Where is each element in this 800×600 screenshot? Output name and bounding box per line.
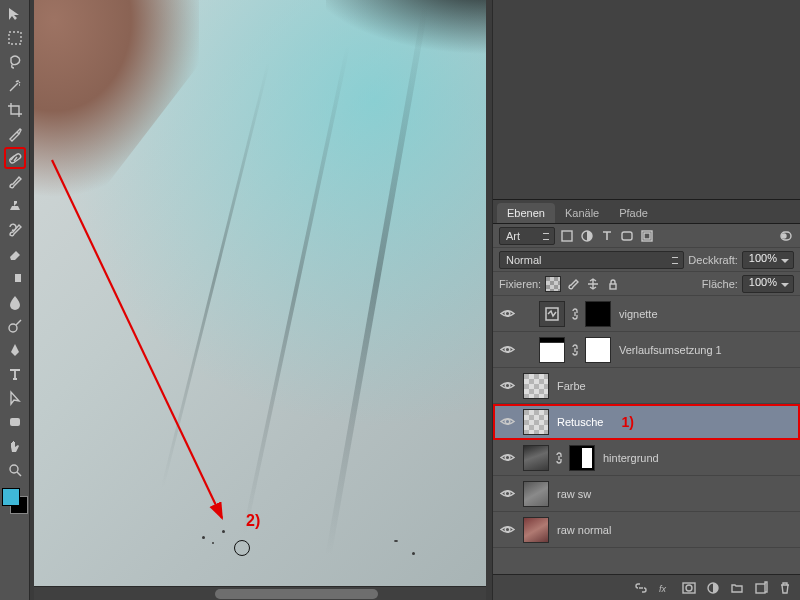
shape-tool[interactable] [4, 411, 26, 433]
new-group-icon[interactable] [726, 579, 748, 597]
layer-name[interactable]: hintergrund [603, 452, 659, 464]
lasso-tool[interactable] [4, 51, 26, 73]
tab-channels[interactable]: Kanäle [555, 203, 609, 223]
upper-panel [493, 0, 800, 200]
pen-tool[interactable] [4, 339, 26, 361]
svg-point-25 [505, 527, 510, 532]
eyedropper-tool[interactable] [4, 123, 26, 145]
delete-layer-icon[interactable] [774, 579, 796, 597]
lock-pixels-icon[interactable] [565, 276, 581, 292]
filter-adjust-icon[interactable] [579, 228, 595, 244]
fill-input[interactable]: 100% [742, 275, 794, 293]
layer-thumbnail[interactable] [523, 445, 549, 471]
layer-thumbnail[interactable] [585, 337, 611, 363]
dodge-tool[interactable] [4, 315, 26, 337]
layer-row[interactable]: Retusche1) [493, 404, 800, 440]
svg-point-16 [782, 234, 786, 238]
blend-mode-dropdown[interactable]: Normal [499, 251, 684, 269]
magic-wand-tool[interactable] [4, 75, 26, 97]
layer-thumbnail[interactable] [523, 373, 549, 399]
type-tool[interactable] [4, 363, 26, 385]
lock-transparent-icon[interactable] [545, 276, 561, 292]
tab-paths[interactable]: Pfade [609, 203, 658, 223]
svg-rect-14 [644, 233, 650, 239]
link-icon [554, 451, 564, 465]
gradient-tool[interactable] [4, 267, 26, 289]
color-swatches[interactable] [2, 488, 28, 514]
layer-thumbnail[interactable] [523, 481, 549, 507]
layer-thumbnail[interactable] [569, 445, 595, 471]
eraser-tool[interactable] [4, 243, 26, 265]
opacity-input[interactable]: 100% [742, 251, 794, 269]
filter-pixel-icon[interactable] [559, 228, 575, 244]
svg-point-21 [505, 383, 510, 388]
document-canvas[interactable] [34, 0, 486, 586]
visibility-toggle[interactable] [493, 342, 521, 357]
layer-row[interactable]: raw sw [493, 476, 800, 512]
layer-row[interactable]: hintergrund [493, 440, 800, 476]
opacity-label: Deckkraft: [688, 254, 738, 266]
link-icon [570, 307, 580, 321]
layer-thumbnail[interactable] [585, 301, 611, 327]
filter-smart-icon[interactable] [639, 228, 655, 244]
visibility-toggle[interactable] [493, 522, 521, 537]
visibility-toggle[interactable] [493, 414, 521, 429]
brush-tool[interactable] [4, 171, 26, 193]
marquee-tool[interactable] [4, 27, 26, 49]
path-selection-tool[interactable] [4, 387, 26, 409]
fill-label: Fläche: [702, 278, 738, 290]
layer-name[interactable]: Retusche [557, 416, 603, 428]
svg-point-24 [505, 491, 510, 496]
zoom-tool[interactable] [4, 459, 26, 481]
layer-thumbnail[interactable] [523, 409, 549, 435]
layers-footer: fx [493, 574, 800, 600]
layer-name[interactable]: raw normal [557, 524, 611, 536]
svg-point-23 [505, 455, 510, 460]
add-mask-icon[interactable] [678, 579, 700, 597]
visibility-toggle[interactable] [493, 306, 521, 321]
filter-type-icon[interactable] [599, 228, 615, 244]
layer-row[interactable]: raw normal [493, 512, 800, 548]
filter-toggle[interactable] [778, 228, 794, 244]
svg-point-28 [686, 585, 692, 591]
hand-tool[interactable] [4, 435, 26, 457]
toolbar [0, 0, 30, 600]
foreground-color[interactable] [2, 488, 20, 506]
layer-name[interactable]: vignette [619, 308, 658, 320]
layer-name[interactable]: raw sw [557, 488, 591, 500]
layer-name[interactable]: Farbe [557, 380, 586, 392]
layer-filter-dropdown[interactable]: Art [499, 227, 555, 245]
layer-name[interactable]: Verlaufsumsetzung 1 [619, 344, 722, 356]
fx-icon[interactable]: fx [654, 579, 676, 597]
tab-layers[interactable]: Ebenen [497, 203, 555, 223]
new-layer-icon[interactable] [750, 579, 772, 597]
visibility-toggle[interactable] [493, 450, 521, 465]
link-layers-icon[interactable] [630, 579, 652, 597]
layer-row[interactable]: vignette [493, 296, 800, 332]
svg-rect-7 [10, 418, 20, 426]
clone-stamp-tool[interactable] [4, 195, 26, 217]
svg-point-8 [10, 465, 18, 473]
healing-brush-tool[interactable] [4, 147, 26, 169]
adjustment-layer-icon[interactable] [702, 579, 724, 597]
svg-rect-10 [562, 231, 572, 241]
visibility-toggle[interactable] [493, 378, 521, 393]
svg-text:fx: fx [659, 584, 667, 594]
history-brush-tool[interactable] [4, 219, 26, 241]
svg-point-18 [505, 311, 510, 316]
layer-thumbnail[interactable] [539, 337, 565, 363]
layer-row[interactable]: Verlaufsumsetzung 1 [493, 332, 800, 368]
layer-thumbnail[interactable] [523, 517, 549, 543]
layer-thumbnail[interactable] [539, 301, 565, 327]
horizontal-scrollbar[interactable] [34, 586, 486, 600]
filter-shape-icon[interactable] [619, 228, 635, 244]
layer-row[interactable]: Farbe [493, 368, 800, 404]
move-tool[interactable] [4, 3, 26, 25]
lock-all-icon[interactable] [605, 276, 621, 292]
lock-position-icon[interactable] [585, 276, 601, 292]
crop-tool[interactable] [4, 99, 26, 121]
visibility-toggle[interactable] [493, 486, 521, 501]
lock-label: Fixieren: [499, 278, 541, 290]
blend-row: Normal Deckkraft: 100% [493, 248, 800, 272]
blur-tool[interactable] [4, 291, 26, 313]
